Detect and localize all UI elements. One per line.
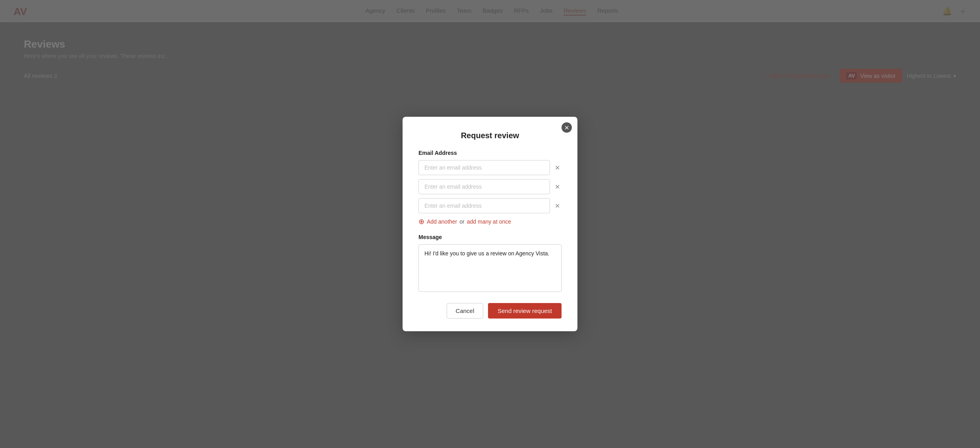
email-clear-2-button[interactable]: ✕ — [553, 182, 562, 192]
request-review-modal: ✕ Request review Email Address ✕ ✕ ✕ ⊕ A… — [403, 117, 577, 331]
modal-overlay[interactable]: ✕ Request review Email Address ✕ ✕ ✕ ⊕ A… — [0, 0, 980, 448]
message-textarea[interactable]: Hi! I'd like you to give us a review on … — [418, 244, 562, 292]
email-label: Email Address — [418, 150, 562, 156]
email-clear-1-button[interactable]: ✕ — [553, 162, 562, 173]
modal-title: Request review — [418, 131, 562, 140]
send-review-request-button[interactable]: Send review request — [488, 303, 562, 319]
email-field-3-wrapper: ✕ — [418, 198, 562, 213]
email-input-3[interactable] — [418, 198, 550, 213]
email-input-2[interactable] — [418, 179, 550, 194]
add-another-row: ⊕ Add another or add many at once — [418, 217, 562, 226]
add-many-link[interactable]: add many at once — [467, 218, 511, 225]
add-circle-icon[interactable]: ⊕ — [418, 217, 424, 226]
email-clear-3-button[interactable]: ✕ — [553, 201, 562, 211]
modal-actions: Cancel Send review request — [418, 303, 562, 319]
email-field-1-wrapper: ✕ — [418, 160, 562, 175]
message-label: Message — [418, 234, 562, 240]
modal-close-button[interactable]: ✕ — [562, 122, 572, 133]
cancel-button[interactable]: Cancel — [447, 303, 484, 319]
email-field-2-wrapper: ✕ — [418, 179, 562, 194]
or-text: or — [459, 218, 464, 225]
email-input-1[interactable] — [418, 160, 550, 175]
add-another-link[interactable]: Add another — [427, 218, 457, 225]
